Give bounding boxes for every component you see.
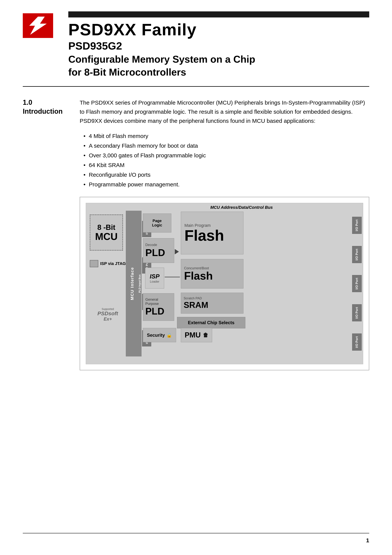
- list-item: Over 3,000 gates of Flash programmable l…: [83, 151, 369, 160]
- st-logo: [23, 13, 53, 38]
- section-number: 1.0: [23, 98, 65, 107]
- section-label: 1.0 Introduction: [23, 98, 65, 370]
- io-port-right-3: I/O Port: [352, 275, 362, 292]
- list-item: Reconfigurable I/O ports: [83, 170, 369, 180]
- psd-logo-text: PSDsoftEx+: [91, 311, 125, 321]
- black-bar: [68, 11, 369, 17]
- main-flash-box: Main Program Flash: [181, 212, 243, 254]
- section-content: The PSD9XX series of Programmable Microc…: [80, 98, 369, 370]
- isp-loader-box: ISP Loader: [145, 268, 164, 289]
- concurrent-flash-box: Concurrent/Boot Flash: [181, 259, 243, 289]
- title-area: PSD9XX Family PSD935G2 Configurable Memo…: [68, 11, 369, 79]
- pld-input-bus: PLD Input Bus: [138, 211, 142, 357]
- sub-title-desc: Configurable Memory System on a Chip for…: [68, 53, 369, 79]
- sram-box: Scratch PAD SRAM: [181, 293, 243, 314]
- general-purpose-pld-box: General Purpose PLD: [143, 293, 174, 321]
- page-number: 1: [366, 537, 369, 544]
- psd-logo-area: Supported PSDsoftEx+: [91, 307, 125, 321]
- arrow-decode-flash: [175, 249, 179, 254]
- io-port-right-4: I/O Port: [352, 304, 362, 321]
- logo-area: [23, 13, 53, 38]
- connector-isp: [165, 277, 180, 277]
- io-port-right-2: I/O Port: [352, 246, 362, 263]
- pmu-box: PMU 🗑: [181, 328, 212, 342]
- mcu-interface-column: MCU Interface: [126, 211, 139, 357]
- intro-text: The PSD9XX series of Programmable Microc…: [80, 98, 369, 125]
- footer: 1: [0, 533, 392, 544]
- footer-content: 1: [23, 537, 369, 544]
- supported-label: Supported: [91, 307, 125, 311]
- io-right-col: I/O Port I/O Port I/O Port I/O Port I/O …: [352, 211, 362, 357]
- footer-divider: [23, 533, 369, 533]
- sub-title: PSD935G2: [68, 39, 369, 52]
- page-logic-box: Page Logic: [143, 213, 171, 233]
- isp-jtag-label: ISP via JTAG: [90, 260, 128, 267]
- ext-chip-selects-box: External Chip Selects: [177, 317, 245, 328]
- io-port-right-5: I/O Port: [352, 334, 362, 351]
- header: PSD9XX Family PSD935G2 Configurable Memo…: [0, 0, 392, 86]
- diagram-container: MCU Address/Data/Control Bus 8 -Bit MCU …: [80, 197, 369, 370]
- main-title: PSD9XX Family: [68, 21, 369, 38]
- decode-pld-box: Decode PLD: [143, 238, 174, 263]
- bullet-list: 4 Mbit of Flash memory A secondary Flash…: [83, 131, 369, 189]
- section-name: Introduction: [23, 107, 65, 116]
- list-item: A secondary Flash memory for boot or dat…: [83, 141, 369, 151]
- list-item: 4 Mbit of Flash memory: [83, 131, 369, 141]
- content: 1.0 Introduction The PSD9XX series of Pr…: [0, 87, 392, 382]
- diagram: MCU Address/Data/Control Bus 8 -Bit MCU …: [86, 203, 363, 364]
- list-item: 64 Kbit SRAM: [83, 160, 369, 170]
- security-box: Security 🔒: [143, 328, 176, 342]
- mcu-box: 8 -Bit MCU: [90, 214, 123, 250]
- jtag-chip: [90, 260, 98, 267]
- io-port-right-1: I/O Port: [352, 217, 362, 234]
- list-item: Programmable power management.: [83, 180, 369, 189]
- mcu-bus-label: MCU Address/Data/Control Bus: [143, 205, 340, 210]
